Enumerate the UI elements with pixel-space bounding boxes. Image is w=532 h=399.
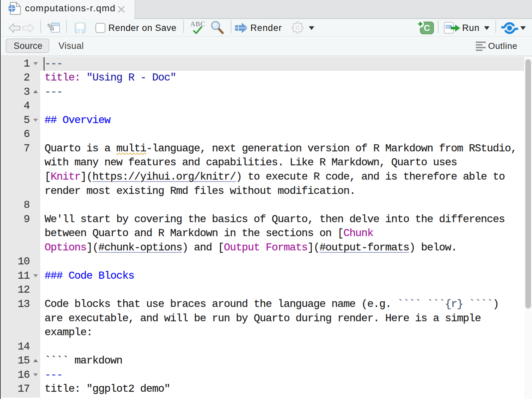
svg-text:C: C [424, 23, 430, 33]
